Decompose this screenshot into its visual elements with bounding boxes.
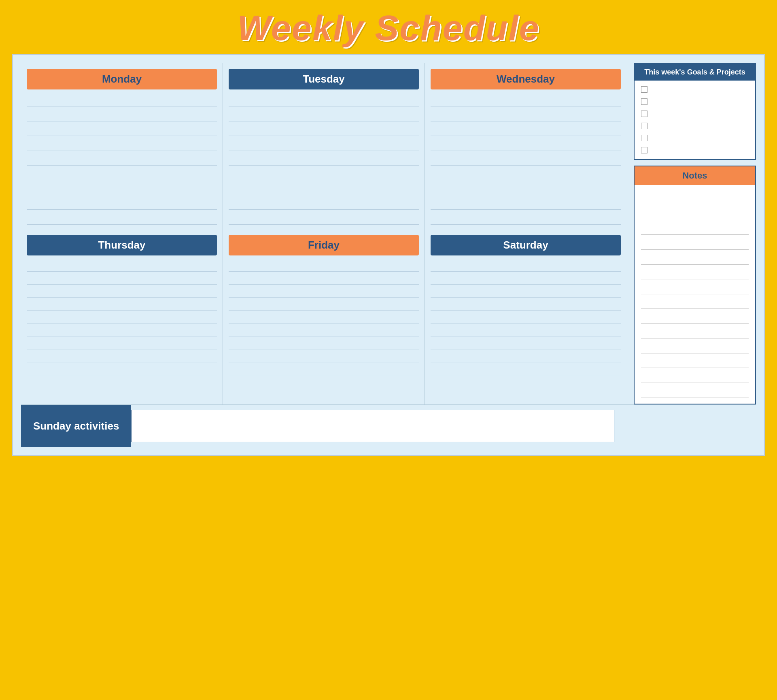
- checkbox-4[interactable]: [641, 123, 648, 129]
- note-line: [641, 265, 749, 279]
- note-line: [641, 220, 749, 235]
- day-line: [431, 109, 621, 121]
- thursday-lines: [21, 255, 223, 404]
- note-line: [641, 206, 749, 220]
- day-line: [229, 336, 419, 349]
- days-row-2: Thursday: [21, 229, 626, 404]
- day-line: [27, 323, 217, 336]
- bottom-section: Sunday activities: [21, 404, 756, 447]
- thursday-header: Thursday: [27, 235, 217, 255]
- note-line: [641, 280, 749, 294]
- day-line: [27, 212, 217, 225]
- day-line: [431, 272, 621, 285]
- checkbox-1[interactable]: [641, 86, 648, 93]
- day-line: [431, 298, 621, 311]
- day-line: [431, 153, 621, 166]
- tuesday-header: Tuesday: [229, 69, 419, 89]
- day-line: [27, 167, 217, 180]
- saturday-header: Saturday: [431, 235, 621, 255]
- monday-col: Monday: [21, 63, 223, 229]
- day-line: [229, 259, 419, 272]
- friday-col: Friday: [223, 229, 425, 404]
- day-line: [27, 197, 217, 210]
- day-line: [229, 311, 419, 323]
- day-line: [229, 362, 419, 375]
- day-line: [431, 311, 621, 323]
- day-line: [27, 285, 217, 298]
- day-line: [27, 94, 217, 106]
- day-line: [229, 323, 419, 336]
- day-line: [431, 123, 621, 136]
- goals-box: This week's Goals & Projects: [634, 63, 756, 160]
- checkbox-2[interactable]: [641, 98, 648, 105]
- day-line: [27, 298, 217, 311]
- sunday-activities-area[interactable]: [131, 410, 614, 442]
- day-line: [229, 388, 419, 401]
- checkbox-row: [641, 98, 749, 105]
- day-line: [229, 182, 419, 195]
- day-line: [27, 272, 217, 285]
- day-line: [431, 94, 621, 106]
- wednesday-col: Wednesday: [425, 63, 626, 229]
- day-line: [229, 349, 419, 362]
- main-container: Monday Tuesday: [12, 54, 765, 456]
- checkbox-row: [641, 123, 749, 129]
- day-line: [27, 109, 217, 121]
- day-line: [27, 311, 217, 323]
- note-line: [641, 309, 749, 324]
- note-line: [641, 368, 749, 383]
- day-line: [27, 123, 217, 136]
- day-line: [229, 298, 419, 311]
- monday-header: Monday: [27, 69, 217, 89]
- day-line: [27, 362, 217, 375]
- days-grid: Monday Tuesday: [21, 63, 626, 404]
- day-line: [229, 94, 419, 106]
- note-line: [641, 383, 749, 398]
- checkbox-5[interactable]: [641, 135, 648, 141]
- day-line: [431, 138, 621, 151]
- day-line: [27, 388, 217, 401]
- checkbox-row: [641, 135, 749, 141]
- checkbox-row: [641, 86, 749, 93]
- day-line: [229, 123, 419, 136]
- day-line: [431, 349, 621, 362]
- right-panel: This week's Goals & Projects: [626, 63, 756, 404]
- notes-box: Notes: [634, 166, 756, 404]
- top-section: Monday Tuesday: [21, 63, 756, 404]
- thursday-col: Thursday: [21, 229, 223, 404]
- friday-header: Friday: [229, 235, 419, 255]
- day-line: [229, 212, 419, 225]
- wednesday-lines: [425, 89, 626, 229]
- day-line: [431, 285, 621, 298]
- notes-header: Notes: [635, 166, 755, 185]
- checkbox-6[interactable]: [641, 147, 648, 153]
- day-line: [27, 375, 217, 388]
- day-line: [27, 349, 217, 362]
- day-line: [229, 138, 419, 151]
- wednesday-header: Wednesday: [431, 69, 621, 89]
- page-title: Weekly Schedule: [0, 7, 777, 49]
- day-line: [431, 197, 621, 210]
- day-line: [229, 153, 419, 166]
- goals-content: [635, 81, 755, 159]
- day-line: [229, 167, 419, 180]
- days-row-1: Monday Tuesday: [21, 63, 626, 229]
- checkbox-3[interactable]: [641, 111, 648, 117]
- day-line: [229, 109, 419, 121]
- day-line: [431, 336, 621, 349]
- note-line: [641, 294, 749, 309]
- note-line: [641, 324, 749, 338]
- day-line: [27, 259, 217, 272]
- note-line: [641, 235, 749, 250]
- day-line: [27, 182, 217, 195]
- day-line: [229, 272, 419, 285]
- day-line: [27, 153, 217, 166]
- tuesday-lines: [223, 89, 425, 229]
- day-line: [431, 388, 621, 401]
- checkbox-row: [641, 111, 749, 117]
- note-line: [641, 191, 749, 205]
- tuesday-col: Tuesday: [223, 63, 425, 229]
- saturday-col: Saturday: [425, 229, 626, 404]
- day-line: [229, 375, 419, 388]
- day-line: [431, 212, 621, 225]
